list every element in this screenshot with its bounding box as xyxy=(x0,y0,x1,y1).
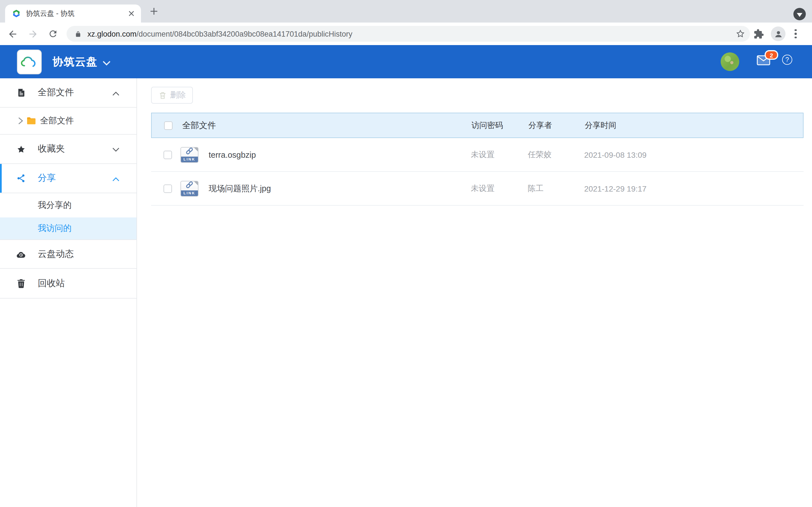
delete-button-label: 删除 xyxy=(170,90,186,100)
trash-icon xyxy=(16,279,26,288)
screen: 协筑云盘 - 协筑 xz.glodon.com/document/084bc0b… xyxy=(0,0,812,507)
table-header-row: 全部文件 访问密码 分享者 分享时间 xyxy=(151,113,804,138)
bookmark-star-icon[interactable] xyxy=(735,29,746,39)
trash-outline-icon xyxy=(158,91,167,100)
app-title[interactable]: 协筑云盘 xyxy=(52,45,110,78)
lock-icon xyxy=(74,30,82,38)
chevron-down-icon xyxy=(103,56,110,69)
link-file-icon: LINK xyxy=(181,180,199,196)
table-header-title: 全部文件 xyxy=(182,120,216,131)
file-name[interactable]: 现场问题照片.jpg xyxy=(209,183,271,194)
column-header-sharer: 分享者 xyxy=(528,120,552,130)
new-tab-button[interactable] xyxy=(146,3,162,19)
delete-button[interactable]: 删除 xyxy=(151,87,193,104)
chevron-up-icon[interactable] xyxy=(112,173,119,183)
toolbar-right xyxy=(753,26,799,41)
user-avatar[interactable] xyxy=(721,52,739,71)
sidebar-item-share[interactable]: 分享 xyxy=(0,164,137,193)
star-icon xyxy=(16,144,26,154)
app-header: 协筑云盘 2 ? xyxy=(0,45,812,78)
table-row[interactable]: LINK 现场问题照片.jpg 未设置 陈工 2021-12-29 19:17 xyxy=(151,172,804,206)
tab-close-icon[interactable] xyxy=(126,8,137,18)
sidebar-item-drive-activity[interactable]: 云盘动态 xyxy=(0,240,137,269)
notification-badge: 2 xyxy=(765,50,778,60)
link-badge: LINK xyxy=(181,190,198,196)
favicon-icon xyxy=(12,9,21,18)
sidebar-item-recycle-bin[interactable]: 回收站 xyxy=(0,269,137,298)
back-icon[interactable] xyxy=(4,26,20,42)
app-logo-cloud-icon[interactable] xyxy=(17,50,42,74)
browser-toolbar: xz.glodon.com/document/084bc0b3abf34200a… xyxy=(0,22,812,45)
extensions-puzzle-icon[interactable] xyxy=(753,29,764,39)
app-title-text: 协筑云盘 xyxy=(52,54,98,69)
file-share-time: 2021-12-29 19:17 xyxy=(584,184,647,193)
file-share-time: 2021-09-08 13:09 xyxy=(584,150,647,159)
forward-icon[interactable] xyxy=(25,26,41,42)
url-path: /document/084bc0b3abf34200a9bc08ea141701… xyxy=(137,30,352,38)
chrome-profile-icon[interactable] xyxy=(771,26,785,41)
cloud-activity-icon xyxy=(16,250,26,258)
table-row[interactable]: LINK terra.osgbzip 未设置 任荣姣 2021-09-08 13… xyxy=(151,138,804,172)
sidebar-item-label: 分享 xyxy=(38,172,56,184)
sidebar-item-label: 全部文件 xyxy=(38,87,74,99)
chrome-menu-icon[interactable] xyxy=(792,27,799,41)
browser-tab[interactable]: 协筑云盘 - 协筑 xyxy=(5,4,141,22)
sidebar-item-label: 我分享的 xyxy=(38,200,71,211)
file-password: 未设置 xyxy=(471,150,495,160)
column-header-password: 访问密码 xyxy=(471,120,503,130)
main-content: 删除 全部文件 访问密码 分享者 分享时间 LINK terra.osgbzip xyxy=(138,78,812,507)
help-icon[interactable]: ? xyxy=(782,55,792,65)
chevron-down-icon[interactable] xyxy=(112,144,119,154)
select-all-checkbox[interactable] xyxy=(164,121,172,129)
file-password: 未设置 xyxy=(471,183,495,193)
sidebar-item-favorites[interactable]: 收藏夹 xyxy=(0,135,137,164)
sidebar-item-my-shares[interactable]: 我分享的 xyxy=(0,193,137,217)
row-checkbox[interactable] xyxy=(163,151,172,159)
row-checkbox[interactable] xyxy=(163,184,172,193)
url-bar[interactable]: xz.glodon.com/document/084bc0b3abf34200a… xyxy=(66,26,750,42)
sidebar: 全部文件 全部文件 收藏夹 xyxy=(0,78,137,507)
browser-tab-strip: 协筑云盘 - 协筑 xyxy=(0,0,812,22)
chrome-profile-chevron-icon[interactable] xyxy=(794,8,806,20)
notifications-mail-icon[interactable]: 2 xyxy=(757,55,770,68)
sidebar-tree-label: 全部文件 xyxy=(40,115,74,126)
tab-title: 协筑云盘 - 协筑 xyxy=(26,9,126,18)
document-icon xyxy=(16,88,26,98)
file-sharer: 任荣姣 xyxy=(528,150,552,160)
link-file-icon: LINK xyxy=(181,147,199,163)
sidebar-item-label: 云盘动态 xyxy=(38,248,74,260)
sidebar-item-my-visited[interactable]: 我访问的 xyxy=(0,217,137,240)
file-sharer: 陈工 xyxy=(528,183,544,193)
link-badge: LINK xyxy=(181,156,198,162)
file-name[interactable]: terra.osgbzip xyxy=(209,150,256,159)
file-list: LINK terra.osgbzip 未设置 任荣姣 2021-09-08 13… xyxy=(151,138,804,206)
sidebar-item-label: 收藏夹 xyxy=(38,143,65,155)
reload-icon[interactable] xyxy=(45,26,61,42)
folder-icon xyxy=(27,117,36,125)
column-header-time: 分享时间 xyxy=(585,120,616,130)
sidebar-item-label: 回收站 xyxy=(38,277,65,289)
expand-chevron-icon[interactable] xyxy=(18,117,23,124)
sidebar-item-all-files[interactable]: 全部文件 xyxy=(0,78,137,108)
url-domain: xz.glodon.com xyxy=(87,30,137,38)
share-icon xyxy=(16,173,26,183)
sidebar-item-label: 我访问的 xyxy=(38,223,71,234)
chevron-up-icon[interactable] xyxy=(112,88,119,98)
url-text: xz.glodon.com/document/084bc0b3abf34200a… xyxy=(87,30,735,38)
sidebar-tree-all-files[interactable]: 全部文件 xyxy=(0,108,137,135)
